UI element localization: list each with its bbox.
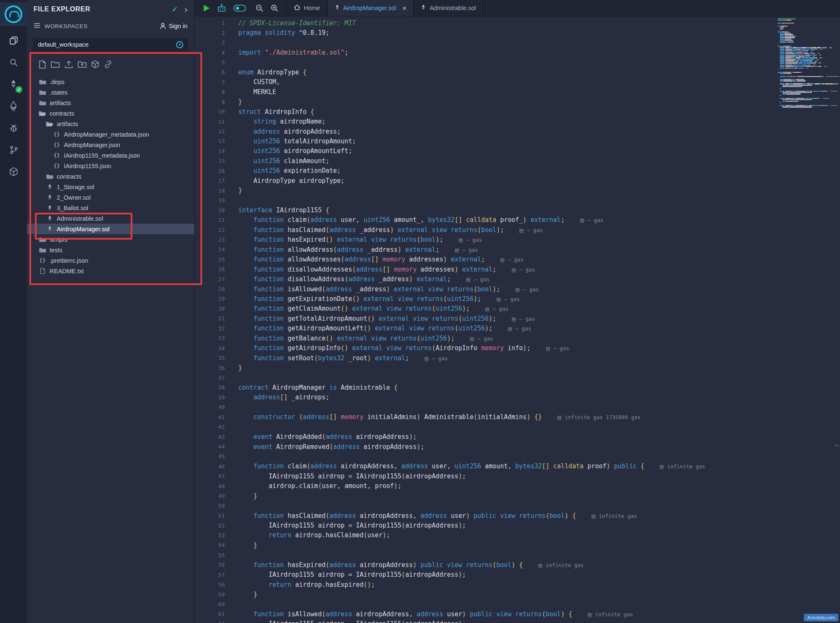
editor-area: HomeAirdropManager.sol×Administrable.sol… [195,0,840,623]
tree-item-scripts[interactable]: scripts [27,234,194,245]
code-line: 45 [195,451,770,461]
tree-item-label: contracts [50,110,74,117]
zoom-in-icon[interactable] [270,4,279,13]
deploy-run-icon[interactable] [6,98,21,114]
ai-copilot-toggle[interactable] [233,4,246,12]
tree-item-2_Owner.sol[interactable]: 2_Owner.sol [27,192,194,203]
upload-file-icon[interactable] [64,60,73,69]
gas-estimate: ▤ – gas [424,355,448,362]
gas-icon: ▤ [591,513,596,519]
tree-item-.prettierrc.json[interactable]: {}.prettierrc.json [27,255,194,266]
activity-bar: ✓ [0,0,27,623]
line-number: 50 [195,503,225,509]
gas-estimate: ▤ infinite gas [587,611,633,618]
code-line: 8 MERKLE [195,87,770,97]
tree-item-tests[interactable]: tests [27,245,194,255]
code-line: 37 [195,373,770,383]
upload-folder-icon[interactable] [78,61,87,68]
line-number: 38 [195,384,225,391]
import-link-icon[interactable] [104,60,113,69]
gas-icon: ▤ [515,287,520,293]
code-line: 26 function disallowAddresses(address[] … [195,264,770,274]
code-line: 20interface IAirdrop1155 { [195,205,770,215]
tree-item-IAirdrop1155.json[interactable]: {}IAirdrop1155.json [27,161,194,171]
tree-item-IAirdrop1155_metadata.json[interactable]: {}IAirdrop1155_metadata.json [27,150,194,161]
line-number: 61 [195,611,225,617]
solidity-file-icon [421,4,426,12]
tree-item-contracts[interactable]: contracts [27,171,194,182]
tree-item-artifacts[interactable]: artifacts [27,119,194,129]
create-folder-icon[interactable] [51,61,60,68]
line-number: 58 [195,581,225,588]
folder-icon [39,100,46,106]
debugger-icon[interactable] [6,120,21,135]
file-explorer-icon[interactable] [6,33,21,48]
line-number: 60 [195,601,225,607]
tree-item-.deps[interactable]: .deps [27,77,194,87]
tree-item-1_Storage.sol[interactable]: 1_Storage.sol [27,182,194,192]
editor-body: 1// SPDX-License-Identifier: MIT2pragma … [195,16,840,623]
tree-item-contracts[interactable]: contracts [27,108,194,119]
line-number: 9 [195,99,225,105]
gas-estimate: ▤ – gas [470,335,493,342]
gas-estimate: ▤ – gas [458,237,482,243]
code-line: 34 function getAirdropInfo() external vi… [195,343,770,353]
chevron-right-icon[interactable]: › [184,5,187,13]
line-number: 44 [195,443,225,450]
create-file-icon[interactable] [39,60,46,69]
tab-AirdropManager.sol[interactable]: AirdropManager.sol× [327,0,414,16]
solidity-compiler-icon[interactable]: ✓ [6,77,21,92]
code-line: 18} [195,185,770,195]
workspace-options-icon[interactable] [176,41,183,48]
zoom-out-icon[interactable] [255,4,264,13]
folder-open-icon [39,111,46,116]
gas-icon: ▤ [466,277,471,282]
solidity-file-icon [46,215,53,222]
code-editor[interactable]: 1// SPDX-License-Identifier: MIT2pragma … [195,18,770,623]
remix-logo[interactable] [5,5,22,23]
code-line: 55 [195,550,770,560]
import-box-icon[interactable] [91,60,99,69]
tree-item-AirdropManager.sol[interactable]: AirdropManager.sol [27,224,194,234]
tree-item-label: .prettierrc.json [50,257,88,264]
solidity-file-icon [46,184,53,190]
sign-in-button[interactable]: Sign in [160,23,187,29]
search-icon[interactable] [6,55,21,70]
line-number: 11 [195,119,225,125]
code-line: 48 airdrop.claim(user, amount, proof); [195,481,770,491]
code-line: 52 IAirdrop1155 airdrop = IAirdrop1155(a… [195,520,770,530]
tree-item-AirdropManager.json[interactable]: {}AirdropManager.json [27,140,194,150]
code-line: 62 IAirdrop1155 airdrop = IAirdrop1155(a… [195,619,770,623]
tree-item-3_Ballot.sol[interactable]: 3_Ballot.sol [27,203,194,213]
gas-icon: ▤ [470,336,474,342]
tree-item-artifacts[interactable]: artifacts [27,98,194,108]
tree-item-AirdropManager_metadata.json[interactable]: {}AirdropManager_metadata.json [27,129,194,140]
workspaces-label: WORKSPACES [45,23,88,29]
tree-item-label: IAirdrop1155.json [64,163,111,169]
code-line: 2pragma solidity ^0.8.19; [195,28,770,37]
plugin-manager-icon[interactable] [6,164,21,179]
tree-item-.states[interactable]: .states [27,87,194,98]
solidity-file-icon [46,205,53,211]
json-file-icon: {} [53,131,61,137]
workspaces-menu-icon[interactable] [34,22,40,30]
tab-Home[interactable]: Home [287,0,327,16]
code-line: 7 CUSTOM, [195,77,770,87]
run-script-icon[interactable] [203,4,210,12]
tree-item-label: IAirdrop1155_metadata.json [64,152,140,159]
tree-item-README.txt[interactable]: README.txt [27,266,194,276]
person-icon [160,23,166,29]
workspace-select[interactable]: default_workspace [33,38,188,51]
line-number: 35 [195,355,225,361]
remix-ai-icon[interactable] [216,3,227,13]
code-line: 6enum AirdropType { [195,67,770,77]
scrollbar-marker[interactable] [835,445,839,446]
tab-Administrable.sol[interactable]: Administrable.sol [413,0,483,16]
line-number: 52 [195,523,225,529]
minimap[interactable] [773,16,840,623]
folder-icon [39,90,46,95]
line-number: 15 [195,158,225,164]
tree-item-Administrable.sol[interactable]: Administrable.sol [27,213,194,224]
git-icon[interactable] [6,142,21,157]
close-tab-icon[interactable]: × [402,5,406,12]
